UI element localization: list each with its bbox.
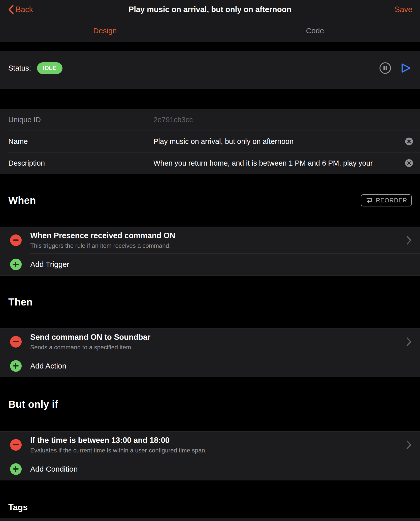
save-button[interactable]: Save: [395, 5, 412, 14]
condition-section: If the time is between 13:00 and 18:00 E…: [0, 432, 420, 480]
condition-subtitle: Evaluates if the current time is within …: [30, 447, 403, 454]
back-button[interactable]: Back: [8, 5, 33, 15]
remove-condition-button[interactable]: [10, 439, 22, 451]
tags-row-edge: [0, 518, 420, 521]
but-only-if-heading: But only if: [8, 399, 58, 410]
condition-title: If the time is between 13:00 and 18:00: [30, 436, 403, 445]
status-label: Status:: [8, 64, 31, 72]
action-title: Send command ON to Soundbar: [30, 333, 403, 342]
reorder-label: REORDER: [376, 197, 407, 204]
name-row: Name Play music on arrival, but only on …: [0, 131, 420, 152]
status-section: Status: IDLE: [0, 51, 420, 89]
rule-editor-screen: Play music on arrival, but only on after…: [0, 0, 420, 521]
gap: [0, 89, 420, 109]
description-row: Description When you return home, and it…: [0, 152, 420, 174]
when-section: When Presence received command ON This t…: [0, 227, 420, 275]
action-subtitle: Sends a command to a specified item.: [30, 344, 403, 351]
then-section-header: Then: [0, 275, 420, 328]
add-condition-button[interactable]: Add Condition: [0, 458, 420, 480]
clear-icon: [405, 159, 413, 167]
rule-details-form: Unique ID 2e791cb3cc Name Play music on …: [0, 109, 420, 174]
action-text: Send command ON to Soundbar Sends a comm…: [30, 333, 403, 351]
back-chevron-icon: [8, 5, 14, 15]
reorder-button[interactable]: REORDER: [361, 194, 412, 206]
when-section-header: When REORDER: [0, 174, 420, 227]
then-section: Send command ON to Soundbar Sends a comm…: [0, 328, 420, 377]
navbar: Play music on arrival, but only on after…: [0, 0, 420, 42]
run-button[interactable]: [400, 62, 412, 74]
plus-icon: [10, 463, 22, 475]
condition-row[interactable]: If the time is between 13:00 and 18:00 E…: [0, 432, 420, 458]
tab-bar: Design Code: [0, 19, 420, 42]
then-heading: Then: [8, 296, 33, 308]
name-label: Name: [8, 137, 153, 146]
clear-description-button[interactable]: [405, 159, 413, 167]
back-label: Back: [16, 5, 33, 14]
remove-trigger-button[interactable]: [10, 234, 22, 246]
pause-icon: [379, 62, 392, 74]
trigger-title: When Presence received command ON: [30, 231, 403, 240]
clear-icon: [405, 138, 413, 145]
unique-id-value: 2e791cb3cc: [153, 116, 412, 124]
tags-heading: Tags: [8, 502, 28, 512]
navbar-top: Play music on arrival, but only on after…: [0, 0, 420, 19]
unique-id-label: Unique ID: [8, 116, 153, 124]
condition-text: If the time is between 13:00 and 18:00 E…: [30, 436, 403, 454]
action-row[interactable]: Send command ON to Soundbar Sends a comm…: [0, 328, 420, 355]
add-trigger-button[interactable]: Add Trigger: [0, 253, 420, 275]
plus-icon: [10, 360, 22, 372]
trigger-text: When Presence received command ON This t…: [30, 231, 403, 249]
chevron-right-icon: [406, 235, 412, 245]
chevron-right-icon: [406, 440, 412, 450]
trigger-row[interactable]: When Presence received command ON This t…: [0, 227, 420, 253]
reorder-icon: [365, 197, 373, 203]
page-title: Play music on arrival, but only on after…: [0, 5, 420, 14]
condition-section-header: But only if: [0, 377, 420, 432]
pause-button[interactable]: [379, 62, 392, 74]
clear-name-button[interactable]: [405, 138, 413, 145]
tab-code[interactable]: Code: [210, 19, 420, 42]
chevron-right-icon: [406, 337, 412, 347]
description-label: Description: [8, 159, 153, 167]
add-action-button[interactable]: Add Action: [0, 355, 420, 377]
gap: [0, 42, 420, 51]
add-action-label: Add Action: [30, 362, 66, 370]
status-badge: IDLE: [37, 62, 62, 74]
tags-section-header: Tags: [0, 480, 420, 518]
play-icon: [400, 62, 412, 74]
trigger-subtitle: This triggers the rule if an item receiv…: [30, 242, 403, 249]
tab-design[interactable]: Design: [0, 19, 210, 42]
unique-id-row: Unique ID 2e791cb3cc: [0, 109, 420, 131]
plus-icon: [10, 259, 22, 270]
description-input[interactable]: When you return home, and it is between …: [153, 159, 412, 167]
add-trigger-label: Add Trigger: [30, 260, 69, 269]
add-condition-label: Add Condition: [30, 465, 78, 473]
remove-action-button[interactable]: [10, 336, 22, 348]
when-heading: When: [8, 195, 36, 206]
name-input[interactable]: Play music on arrival, but only on after…: [153, 137, 412, 146]
